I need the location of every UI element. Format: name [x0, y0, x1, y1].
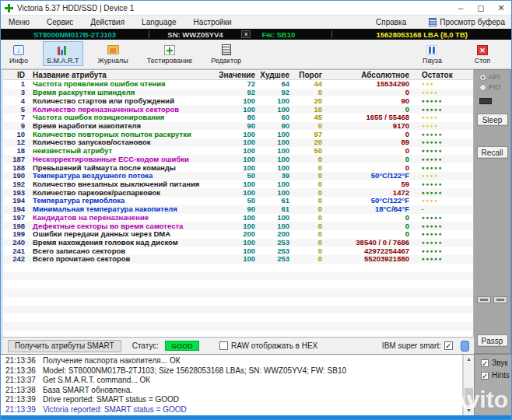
table-row[interactable]: 192Количество внезапных выключений питан… [3, 180, 473, 189]
sound-option[interactable]: ✓ Звук [481, 359, 511, 367]
main-area: ID Название атрибута Значение Худшее Пор… [1, 69, 511, 338]
editor-button[interactable]: Редактор [207, 41, 245, 66]
cell-worst: 61 [255, 197, 289, 205]
log-output[interactable]: 21:13:36Получение паспорта накопителя...… [1, 355, 463, 415]
cell-threshold: 0 [289, 122, 322, 130]
cell-id: 187 [3, 156, 25, 163]
cell-attribute-name: Температура гермоблока [25, 197, 218, 205]
passport-button[interactable]: Passp [477, 334, 508, 347]
journals-button[interactable]: Журналы [94, 41, 132, 66]
cell-attribute-name: Минимальная температура накопителя [25, 205, 218, 213]
ibm-smart-checkbox[interactable]: ✓ [444, 341, 453, 350]
table-row[interactable]: 10Количество повторных попыток раскрутки… [3, 130, 473, 138]
folder-icon [107, 44, 120, 56]
table-row[interactable]: 12Количество запусков/остановок100100208… [3, 138, 473, 147]
table-row[interactable]: 9Время наработки накопителя909009170●●●● [3, 122, 473, 131]
cell-value: 100 [218, 156, 255, 163]
cell-threshold: 45 [289, 114, 322, 121]
device-info-bar: ST8000NM017B-2TJ103 SN: WWZ05YV4 x Fw: S… [1, 29, 511, 40]
maximize-button[interactable]: ◻ [471, 1, 491, 15]
mini-button-right[interactable] [493, 296, 507, 303]
table-row[interactable]: 5Количество переназначенных секторов1001… [3, 105, 473, 114]
header-value: Значение [218, 71, 255, 79]
cell-attribute-name: Время наработки накопителя [25, 122, 218, 130]
header-remain: Остаток [409, 71, 473, 79]
header-name: Название атрибута [25, 71, 218, 79]
toolbar-right-group: Пауза ✕ Стоп [419, 41, 507, 66]
api-radio-option[interactable]: API [474, 73, 510, 81]
menu-settings[interactable]: Настройки [185, 18, 240, 26]
table-row[interactable]: 197Кандидатов на переназначение10010000●… [3, 214, 473, 222]
sleep-button[interactable]: Sleep [477, 114, 508, 126]
pio-radio-option[interactable]: PIO [474, 83, 510, 91]
cell-attribute-name: Количество повторных попыток раскрутки [25, 131, 218, 138]
sound-label: Звук [492, 359, 508, 367]
drive-model[interactable]: ST8000NM017B-2TJ103 [1, 30, 149, 39]
table-empty-area [3, 264, 473, 337]
cell-worst: 64 [255, 80, 289, 88]
table-row[interactable]: 240Время нахождения головок над диском10… [3, 239, 473, 247]
cell-absolute: 0 [322, 106, 409, 114]
table-row[interactable]: 198Дефектные секторы во время самотеста1… [3, 222, 473, 230]
raw-hex-option[interactable]: RAW отображать в HEX [219, 341, 317, 350]
table-row[interactable]: 18неизвестный атрибут100100500●●●●● [3, 147, 473, 156]
table-row[interactable]: 190Температура воздушного потока5039050°… [3, 172, 473, 180]
raw-hex-checkbox[interactable] [219, 341, 228, 350]
smart-button[interactable]: S.M.A.R.T [43, 41, 83, 66]
table-row[interactable]: 3Время раскрутки шпинделя929200●●●● [3, 89, 473, 97]
cell-id: 241 [3, 247, 25, 255]
cell-absolute: 1655 / 55468 [322, 114, 409, 121]
cell-threshold: 0 [289, 164, 322, 172]
cell-threshold: 0 [289, 214, 322, 222]
table-row[interactable]: 242Всего прочитано секторов1002530552039… [3, 255, 473, 264]
info-button[interactable]: ↓ Инфо [5, 41, 32, 66]
device-x-mark[interactable]: x [241, 30, 251, 38]
close-button[interactable]: ✕ [491, 1, 511, 15]
table-row[interactable]: 193Количество парковок/распарковок100100… [3, 188, 473, 197]
drive-firmware: Fw: SB10 [261, 30, 331, 39]
hints-checkbox[interactable]: ✓ [481, 372, 489, 380]
table-row[interactable]: 194Температура гермоблока5061050°C/122°F… [3, 197, 473, 205]
scrollbar-thumb[interactable] [465, 388, 473, 405]
menu-help[interactable]: Справка [374, 18, 415, 26]
cell-value: 100 [218, 97, 255, 105]
scroll-up-icon[interactable]: ▲ [464, 355, 474, 364]
indicator-chip [479, 98, 492, 104]
cell-remain-dots: ●●●●● [409, 138, 473, 146]
cell-remain-dots: ●●●●● [409, 131, 473, 138]
pause-icon [426, 44, 439, 56]
table-row[interactable]: 188Превышений таймаута после команды1001… [3, 163, 473, 172]
cell-absolute: 0 [322, 214, 409, 222]
table-row[interactable]: 194Минимальная температура накопителя906… [3, 205, 473, 214]
testing-button[interactable]: Тестирование [143, 41, 196, 66]
hints-option[interactable]: ✓ Hints [481, 371, 511, 380]
log-timestamp: 21:13:39 [5, 395, 43, 405]
sound-checkbox[interactable]: ✓ [481, 359, 489, 367]
menu-actions[interactable]: Действия [82, 18, 133, 26]
table-row[interactable]: 199Ошибки передачи данных через DMA20020… [3, 230, 473, 239]
cell-attribute-name: Нескорректированные ECC-кодом ошибки [25, 156, 218, 163]
recall-button[interactable]: Recall [477, 146, 508, 159]
cell-value: 100 [218, 180, 255, 188]
table-row[interactable]: 187Нескорректированные ECC-кодом ошибки1… [3, 155, 473, 163]
table-row[interactable]: 241Всего записано секторов10025304297225… [3, 247, 473, 255]
window-title: Victoria 5.37 HDD/SSD | Device 1 [17, 4, 134, 12]
menu-service[interactable]: Сервис [38, 18, 82, 26]
cell-absolute: 59 [322, 180, 409, 188]
get-smart-button[interactable]: Получить атрибуты SMART [8, 340, 121, 352]
table-row[interactable]: 4Количество стартов или пробуждений10010… [3, 96, 473, 105]
cell-threshold: 0 [289, 205, 322, 213]
header-worst: Худшее [255, 71, 289, 79]
menu-menu[interactable]: Меню [7, 18, 38, 26]
log-scrollbar[interactable]: ▲ ▼ [463, 355, 474, 415]
pause-button[interactable]: Пауза [419, 41, 446, 66]
menu-language[interactable]: Language [133, 18, 185, 26]
cell-worst: 253 [255, 239, 289, 247]
buffer-view-button[interactable]: Просмотр буфера [429, 18, 505, 26]
table-row[interactable]: 7Частота ошибок позиционирования80604516… [3, 114, 473, 122]
minimize-button[interactable]: – [451, 1, 471, 15]
scroll-down-icon[interactable]: ▼ [464, 406, 474, 415]
table-row[interactable]: 1Частота проявления ошибок чтения7264441… [3, 80, 473, 89]
mini-button-left[interactable] [477, 296, 491, 303]
stop-button[interactable]: ✕ Стоп [469, 41, 496, 66]
